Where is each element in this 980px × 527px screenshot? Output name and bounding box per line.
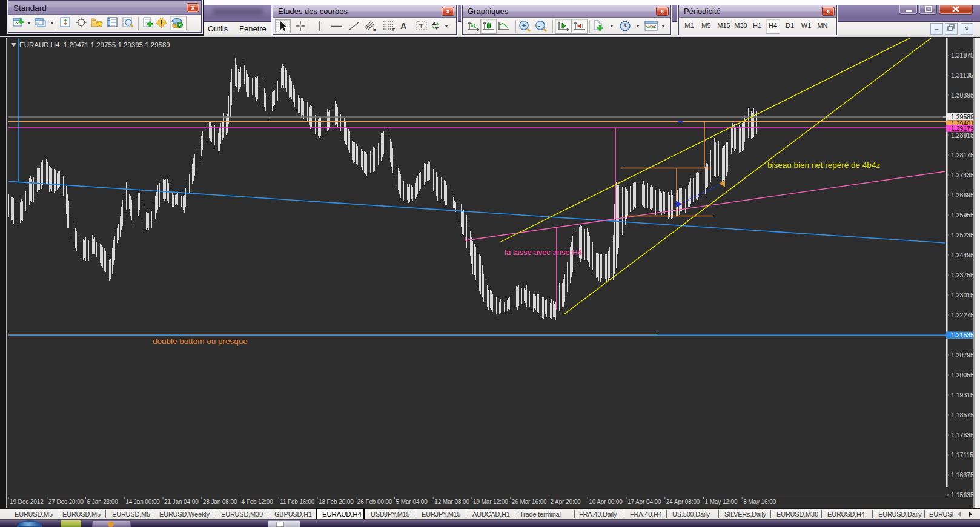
svg-text:1.31875: 1.31875 xyxy=(951,51,974,59)
svg-text:1.28175: 1.28175 xyxy=(951,151,974,159)
svg-text:1.20055: 1.20055 xyxy=(951,371,974,379)
svg-text:biseau bien net repéré de 4b4z: biseau bien net repéré de 4b4z xyxy=(767,161,880,170)
svg-text:14 Jan 00:00: 14 Jan 00:00 xyxy=(125,499,160,505)
svg-text:1.26695: 1.26695 xyxy=(951,191,974,199)
svg-text:1.23755: 1.23755 xyxy=(951,271,974,279)
svg-text:11 Feb 16:00: 11 Feb 16:00 xyxy=(280,499,315,505)
svg-text:4 Feb 12:00: 4 Feb 12:00 xyxy=(242,499,274,505)
svg-text:28 Jan 08:00: 28 Jan 08:00 xyxy=(203,499,237,505)
svg-text:EURAUD,H4 1.29471 1.29755 1.2: EURAUD,H4 1.29471 1.29755 1.29395 1.2958… xyxy=(19,41,170,48)
svg-text:19 Mar 12:00: 19 Mar 12:00 xyxy=(473,499,508,505)
svg-text:1.27435: 1.27435 xyxy=(951,171,974,179)
svg-text:la tasse avec anse H4: la tasse avec anse H4 xyxy=(505,248,582,257)
svg-text:8 May 16:00: 8 May 16:00 xyxy=(743,499,776,505)
svg-text:1.17115: 1.17115 xyxy=(951,451,973,459)
svg-text:E: E xyxy=(373,27,376,31)
svg-text:17 Apr 04:00: 17 Apr 04:00 xyxy=(627,499,661,505)
svg-text:1.29589: 1.29589 xyxy=(951,113,974,121)
svg-text:26 Mar 16:00: 26 Mar 16:00 xyxy=(512,499,547,505)
svg-text:1.25235: 1.25235 xyxy=(951,231,974,239)
svg-text:1.25955: 1.25955 xyxy=(951,211,974,219)
svg-text:19 Dec 2012: 19 Dec 2012 xyxy=(10,499,44,505)
svg-text:5 Mar 04:00: 5 Mar 04:00 xyxy=(396,499,428,505)
svg-text:27 Dec 20:00: 27 Dec 20:00 xyxy=(48,499,84,505)
svg-text:24 Apr 08:00: 24 Apr 08:00 xyxy=(666,499,700,505)
svg-text:1.29179: 1.29179 xyxy=(951,125,974,132)
svg-text:double bottom ou presque: double bottom ou presque xyxy=(153,337,248,346)
svg-text:26 Feb 00:00: 26 Feb 00:00 xyxy=(357,499,392,505)
svg-text:-: - xyxy=(538,22,540,29)
svg-text:1.17835: 1.17835 xyxy=(951,431,974,439)
svg-text:F: F xyxy=(392,28,396,32)
svg-text:6 Jan 23:00: 6 Jan 23:00 xyxy=(87,499,119,505)
svg-text:21 Jan 04:00: 21 Jan 04:00 xyxy=(164,499,199,505)
svg-text:1.21535: 1.21535 xyxy=(951,331,974,339)
svg-text:10 Apr 00:00: 10 Apr 00:00 xyxy=(589,499,623,505)
svg-text:+: + xyxy=(521,22,525,29)
svg-text:1.31135: 1.31135 xyxy=(951,71,973,79)
svg-text:1.19315: 1.19315 xyxy=(951,391,974,399)
svg-text:1 May 12:00: 1 May 12:00 xyxy=(705,499,738,505)
svg-text:18 Feb 20:00: 18 Feb 20:00 xyxy=(319,499,354,505)
svg-text:1.15635: 1.15635 xyxy=(951,491,974,499)
svg-text:2 Apr 20:00: 2 Apr 20:00 xyxy=(551,499,581,505)
svg-text:1.24495: 1.24495 xyxy=(951,251,974,259)
svg-text:1.16375: 1.16375 xyxy=(951,471,974,479)
svg-text:1.23015: 1.23015 xyxy=(951,291,974,299)
svg-text:1.30395: 1.30395 xyxy=(951,91,974,99)
svg-text:1.22275: 1.22275 xyxy=(951,311,974,319)
svg-text:12 Mar 08:00: 12 Mar 08:00 xyxy=(434,499,469,505)
svg-text:T: T xyxy=(419,22,424,30)
svg-text:1.18575: 1.18575 xyxy=(951,411,974,419)
svg-text:1.20795: 1.20795 xyxy=(951,351,974,359)
svg-text:1.28915: 1.28915 xyxy=(951,131,974,139)
